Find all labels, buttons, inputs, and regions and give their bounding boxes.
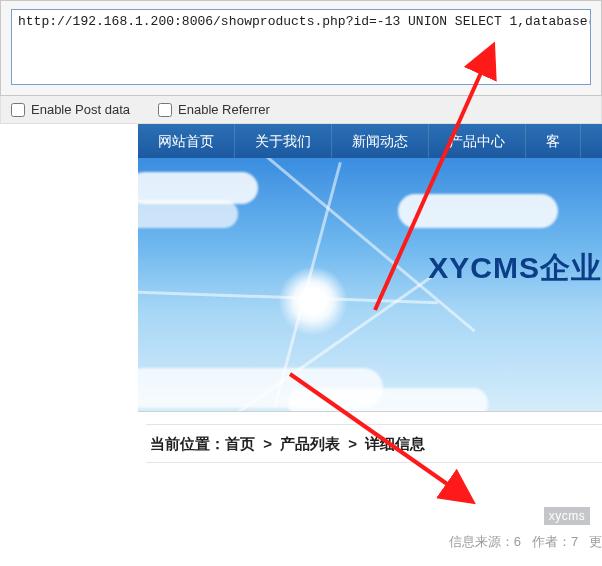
sun-decoration	[278, 266, 348, 336]
options-row: Enable Post data Enable Referrer	[0, 96, 602, 124]
cloud-decoration	[138, 200, 238, 228]
enable-referrer-box[interactable]	[158, 103, 172, 117]
nav-customer[interactable]: 客	[526, 124, 581, 158]
breadcrumb-label: 当前位置：	[150, 435, 225, 452]
browser-toolbar: http://192.168.1.200:8006/showproducts.p…	[0, 0, 602, 96]
article-meta: 信息来源：6 作者：7 更	[449, 533, 602, 551]
banner-title: XYCMS企业	[428, 248, 602, 289]
breadcrumb-sep-icon: >	[263, 435, 272, 452]
url-input[interactable]: http://192.168.1.200:8006/showproducts.p…	[11, 9, 591, 85]
enable-referrer-checkbox[interactable]: Enable Referrer	[158, 102, 270, 117]
enable-post-box[interactable]	[11, 103, 25, 117]
nav-products[interactable]: 产品中心	[429, 124, 526, 158]
meta-more: 更	[589, 534, 602, 549]
meta-source-value: 6	[514, 534, 521, 549]
enable-post-label: Enable Post data	[31, 102, 130, 117]
meta-author-value: 7	[571, 534, 578, 549]
breadcrumb-wrap: 当前位置：首页 > 产品列表 > 详细信息 xycms 信息来源：6 作者：7 …	[146, 424, 602, 554]
enable-post-checkbox[interactable]: Enable Post data	[11, 102, 130, 117]
sunray-decoration	[228, 158, 475, 332]
cloud-decoration	[288, 388, 488, 412]
main-nav: 网站首页 关于我们 新闻动态 产品中心 客	[138, 124, 602, 158]
breadcrumb: 当前位置：首页 > 产品列表 > 详细信息	[146, 425, 602, 463]
breadcrumb-item-list[interactable]: 产品列表	[280, 435, 340, 452]
nav-news[interactable]: 新闻动态	[332, 124, 429, 158]
page-content: 网站首页 关于我们 新闻动态 产品中心 客 XYCMS企业 当前位置：首页 > …	[138, 124, 602, 554]
hero-banner: XYCMS企业	[138, 158, 602, 412]
meta-author-label: 作者：	[532, 534, 571, 549]
watermark-badge: xycms	[544, 507, 590, 525]
nav-about[interactable]: 关于我们	[235, 124, 332, 158]
breadcrumb-sep-icon: >	[348, 435, 357, 452]
breadcrumb-item-home[interactable]: 首页	[225, 435, 255, 452]
article-info: xycms 信息来源：6 作者：7 更 8	[146, 463, 602, 554]
enable-referrer-label: Enable Referrer	[178, 102, 270, 117]
cloud-decoration	[398, 194, 558, 228]
nav-home[interactable]: 网站首页	[138, 124, 235, 158]
meta-source-label: 信息来源：	[449, 534, 514, 549]
breadcrumb-item-detail: 详细信息	[365, 435, 425, 452]
